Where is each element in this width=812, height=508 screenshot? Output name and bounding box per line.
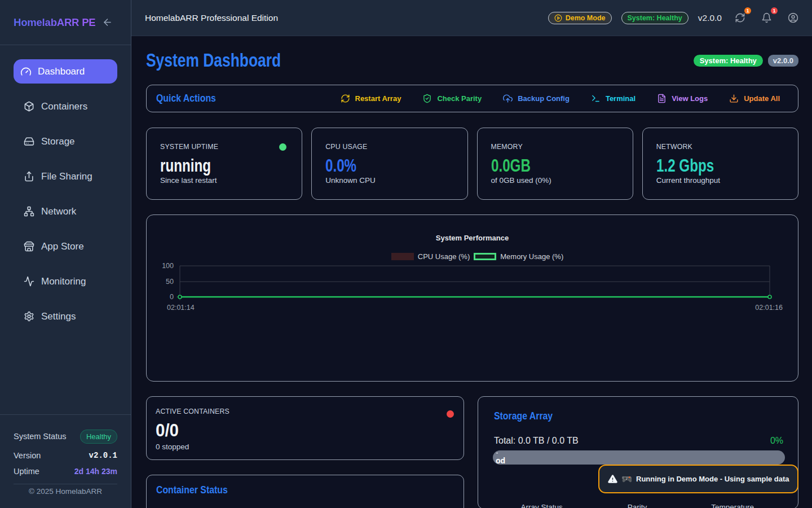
svg-text:0: 0 xyxy=(170,293,174,301)
svg-text:100: 100 xyxy=(162,262,174,270)
svg-text:50: 50 xyxy=(166,278,174,286)
svg-text:02:01:16: 02:01:16 xyxy=(755,304,783,312)
svg-text:02:01:14: 02:01:14 xyxy=(167,304,195,312)
